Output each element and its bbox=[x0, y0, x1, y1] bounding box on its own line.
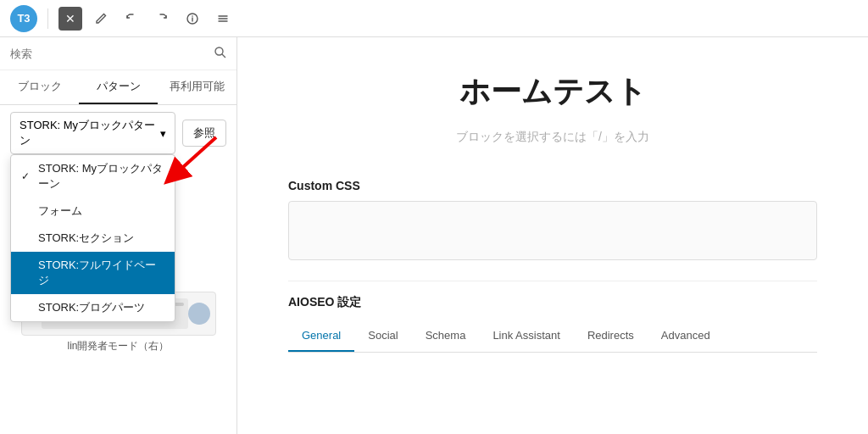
toolbar: T3 ✕ bbox=[0, 0, 868, 37]
dropdown-item-stork-my[interactable]: ✓ STORK: Myブロックパターン bbox=[11, 155, 175, 198]
pattern-selector-row: STORK: Myブロックパターン ▾ ✓ STORK: Myブロックパターン … bbox=[0, 105, 236, 161]
tab-blocks[interactable]: ブロック bbox=[0, 70, 79, 104]
close-button[interactable]: ✕ bbox=[58, 7, 82, 31]
aioseo-tab-social[interactable]: Social bbox=[354, 320, 411, 352]
aioseo-label: AIOSEO 設定 bbox=[288, 295, 817, 310]
main-layout: ブロック パターン 再利用可能 STORK: Myブロックパターン ▾ ✓ ST… bbox=[0, 37, 868, 434]
preview-avatar bbox=[188, 303, 210, 325]
tab-patterns[interactable]: パターン bbox=[79, 70, 158, 104]
dropdown-item-label: STORK:フルワイドページ bbox=[38, 258, 164, 288]
dropdown-item-form[interactable]: フォーム bbox=[11, 198, 175, 225]
pattern-selected-label: STORK: Myブロックパターン bbox=[19, 118, 160, 148]
dropdown-item-label: STORK:セクション bbox=[38, 231, 134, 246]
dropdown-item-label: STORK:ブログパーツ bbox=[38, 300, 145, 315]
sidebar: ブロック パターン 再利用可能 STORK: Myブロックパターン ▾ ✓ ST… bbox=[0, 37, 237, 434]
svg-line-7 bbox=[222, 54, 225, 58]
checkmark-icon: ✓ bbox=[21, 170, 33, 182]
aioseo-tab-general[interactable]: General bbox=[288, 320, 354, 352]
content-area: ホームテスト ブロックを選択するには「/」を入力 Custom CSS AIOS… bbox=[237, 37, 868, 434]
pattern-dropdown-menu: ✓ STORK: Myブロックパターン フォーム STORK:セクション STO… bbox=[10, 154, 175, 322]
edit-icon[interactable] bbox=[89, 7, 113, 31]
dropdown-item-stork-fullwide[interactable]: STORK:フルワイドページ bbox=[11, 252, 175, 294]
sidebar-search-bar bbox=[0, 37, 236, 70]
tab-reusable[interactable]: 再利用可能 bbox=[158, 70, 236, 104]
dropdown-item-label: フォーム bbox=[38, 203, 82, 219]
custom-css-textarea[interactable] bbox=[288, 201, 817, 260]
pattern-dropdown-trigger[interactable]: STORK: Myブロックパターン ▾ bbox=[10, 112, 175, 154]
avatar[interactable]: T3 bbox=[10, 5, 37, 32]
dropdown-item-label: STORK: Myブロックパターン bbox=[38, 161, 164, 192]
custom-css-section: Custom CSS bbox=[288, 179, 817, 260]
chevron-down-icon: ▾ bbox=[160, 127, 166, 140]
dropdown-item-stork-blog[interactable]: STORK:ブログパーツ bbox=[11, 294, 175, 321]
toolbar-separator bbox=[47, 8, 48, 29]
aioseo-tab-link-assistant[interactable]: Link Assistant bbox=[479, 320, 574, 352]
info-icon[interactable] bbox=[181, 7, 204, 31]
aioseo-tab-redirects[interactable]: Redirects bbox=[574, 320, 648, 352]
custom-css-label: Custom CSS bbox=[288, 179, 817, 192]
page-title: ホームテスト bbox=[288, 71, 817, 113]
block-label: lin開発者モード（右） bbox=[67, 339, 169, 353]
search-icon bbox=[214, 46, 226, 61]
redo-icon[interactable] bbox=[150, 7, 174, 31]
aioseo-tab-schema[interactable]: Schema bbox=[412, 320, 480, 352]
aioseo-section: AIOSEO 設定 General Social Schema Link Ass… bbox=[288, 281, 817, 353]
sidebar-tab-bar: ブロック パターン 再利用可能 bbox=[0, 70, 236, 105]
dropdown-item-stork-section[interactable]: STORK:セクション bbox=[11, 225, 175, 252]
pattern-dropdown: STORK: Myブロックパターン ▾ ✓ STORK: Myブロックパターン … bbox=[10, 112, 175, 154]
aioseo-tab-bar: General Social Schema Link Assistant Red… bbox=[288, 320, 817, 353]
editor-placeholder: ブロックを選択するには「/」を入力 bbox=[288, 130, 817, 145]
undo-icon[interactable] bbox=[120, 7, 143, 31]
svg-point-2 bbox=[192, 15, 193, 17]
search-input[interactable] bbox=[10, 47, 207, 60]
list-icon[interactable] bbox=[211, 7, 235, 31]
aioseo-tab-advanced[interactable]: Advanced bbox=[648, 320, 724, 352]
browse-button[interactable]: 参照 bbox=[182, 120, 226, 147]
